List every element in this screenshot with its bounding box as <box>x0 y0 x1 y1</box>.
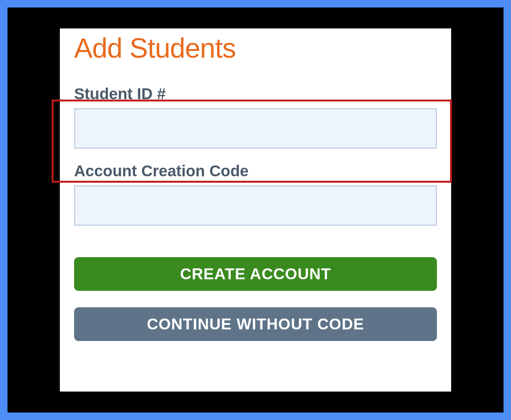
page-title: Add Students <box>74 32 437 64</box>
account-code-group: Account Creation Code <box>74 162 437 239</box>
student-id-label: Student ID # <box>74 85 437 103</box>
account-code-label: Account Creation Code <box>74 162 437 180</box>
continue-without-code-button[interactable]: CONTINUE WITHOUT CODE <box>74 307 437 341</box>
student-id-group: Student ID # <box>74 85 437 162</box>
create-account-button[interactable]: CREATE ACCOUNT <box>74 257 437 291</box>
outer-frame: Add Students Student ID # Account Creati… <box>7 7 504 413</box>
form-card: Add Students Student ID # Account Creati… <box>60 28 451 392</box>
account-code-input[interactable] <box>74 185 437 226</box>
student-id-input[interactable] <box>74 108 437 149</box>
